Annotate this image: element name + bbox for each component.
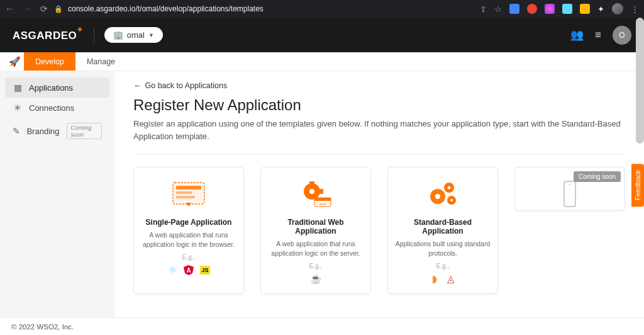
arrow-left-icon: ← [133, 81, 142, 90]
divider [94, 28, 94, 43]
java-icon: ☕ [310, 273, 321, 285]
sidebar-item-connections[interactable]: ✳ Connections [5, 98, 109, 118]
coming-soon-badge: Coming soon [67, 123, 102, 139]
card-desc: A web application that runs application … [267, 239, 364, 258]
svg-point-19 [450, 199, 453, 202]
svg-text:www: www [319, 202, 326, 206]
page-subtitle: Register an application using one of the… [133, 118, 624, 142]
svg-rect-12 [314, 198, 331, 201]
template-cards: Single-Page Application A web applicatio… [133, 167, 625, 294]
svg-point-21 [569, 184, 570, 185]
card-title: Traditional Web Application [267, 218, 364, 236]
url-text: console.asgardeo.io/t/omal/develop/appli… [68, 4, 264, 13]
app-header: ASGARDEO✦ 🏢 omal ▼ 👥 ≡ O [0, 18, 644, 52]
main-content: ← Go back to Applications Register New A… [114, 71, 644, 317]
react-icon: ⚛ [167, 264, 178, 276]
svg-point-15 [435, 194, 440, 199]
rocket-icon[interactable]: 🚀 [5, 52, 24, 71]
svg-rect-3 [176, 196, 195, 198]
ext-gradient-icon[interactable] [545, 4, 555, 14]
page-title: Register New Application [133, 96, 625, 114]
tab-manage[interactable]: Manage [75, 52, 126, 71]
tab-develop[interactable]: Develop [24, 52, 75, 71]
user-avatar[interactable]: O [613, 26, 631, 45]
sidebar-item-label: Connections [29, 103, 74, 113]
svg-rect-1 [176, 186, 201, 190]
feedback-button[interactable]: Feedback [631, 164, 644, 207]
connections-icon: ✳ [13, 103, 23, 113]
logo[interactable]: ASGARDEO✦ [13, 28, 84, 42]
svg-rect-2 [176, 191, 192, 194]
sidebar-item-applications[interactable]: ▦ Applications [5, 77, 109, 98]
grid-icon: ▦ [13, 82, 23, 93]
chevron-down-icon: ▼ [148, 32, 154, 38]
star-icon[interactable]: ☆ [494, 4, 502, 14]
standard-illustration-icon [424, 179, 462, 209]
footer-text: © 2022 WSO2, Inc. [11, 323, 74, 331]
eg-label: E.g., [267, 263, 364, 270]
javascript-icon: JS [199, 264, 211, 276]
mobile-illustration-icon [551, 179, 589, 209]
openid-icon: ◗ [429, 273, 440, 285]
separator [133, 154, 625, 154]
tenant-switcher[interactable]: 🏢 omal ▼ [104, 27, 163, 43]
card-standard-based-application[interactable]: Standard-Based Application Applications … [387, 167, 498, 294]
svg-rect-10 [319, 189, 323, 194]
kebab-icon[interactable]: ⋮ [631, 4, 639, 14]
svg-marker-4 [186, 203, 191, 207]
reload-icon[interactable]: ⟳ [40, 4, 48, 14]
card-mobile-application[interactable]: Coming soon [514, 167, 625, 211]
spa-illustration-icon [170, 179, 208, 209]
profile-avatar-icon[interactable] [612, 3, 623, 14]
svg-point-8 [309, 189, 314, 194]
menu-icon[interactable]: ≡ [595, 29, 601, 42]
eg-label: E.g., [394, 263, 491, 270]
traditional-illustration-icon: www [297, 179, 335, 209]
sidebar-item-label: Branding [26, 127, 59, 136]
saml-icon: ◬ [445, 273, 457, 285]
sidebar: ▦ Applications ✳ Connections ✎ Branding … [0, 71, 114, 317]
card-desc: A web application that runs application … [140, 230, 237, 249]
back-icon[interactable]: ← [5, 4, 14, 14]
card-desc: Applications built using standard protoc… [394, 239, 491, 258]
scrollbar[interactable] [636, 18, 644, 144]
coming-soon-badge: Coming soon [574, 171, 621, 182]
card-title: Standard-Based Application [394, 218, 491, 236]
ext-red-icon[interactable] [527, 4, 537, 14]
svg-point-17 [448, 186, 451, 190]
tab-bar: 🚀 Develop Manage [0, 52, 644, 71]
ext-meet-icon[interactable] [509, 4, 519, 14]
sidebar-item-branding[interactable]: ✎ Branding Coming soon [5, 118, 109, 144]
svg-text:A: A [186, 267, 191, 274]
card-single-page-application[interactable]: Single-Page Application A web applicatio… [133, 167, 244, 294]
back-link[interactable]: ← Go back to Applications [133, 81, 625, 90]
lock-icon: 🔒 [54, 5, 63, 13]
community-icon[interactable]: 👥 [570, 28, 584, 42]
eg-label: E.g., [140, 254, 237, 261]
footer: © 2022 WSO2, Inc. [0, 317, 644, 335]
branding-icon: ✎ [13, 126, 20, 136]
card-title: Single-Page Application [140, 218, 237, 227]
share-icon[interactable]: ⇪ [480, 4, 487, 14]
card-traditional-web-application[interactable]: www Traditional Web Application A web ap… [260, 167, 371, 294]
browser-chrome: ← → ⟳ 🔒 console.asgardeo.io/t/omal/devel… [0, 0, 644, 18]
svg-rect-9 [309, 181, 314, 185]
ext-keep-icon[interactable] [580, 4, 590, 14]
tenant-name: omal [127, 30, 145, 40]
address-bar[interactable]: 🔒 console.asgardeo.io/t/omal/develop/app… [54, 4, 474, 13]
angular-icon: A [183, 264, 194, 276]
extensions-icon[interactable]: ✦ [597, 4, 604, 14]
forward-icon[interactable]: → [23, 4, 31, 14]
building-icon: 🏢 [113, 30, 123, 40]
sidebar-item-label: Applications [29, 83, 73, 93]
ext-react-icon[interactable] [562, 4, 572, 14]
